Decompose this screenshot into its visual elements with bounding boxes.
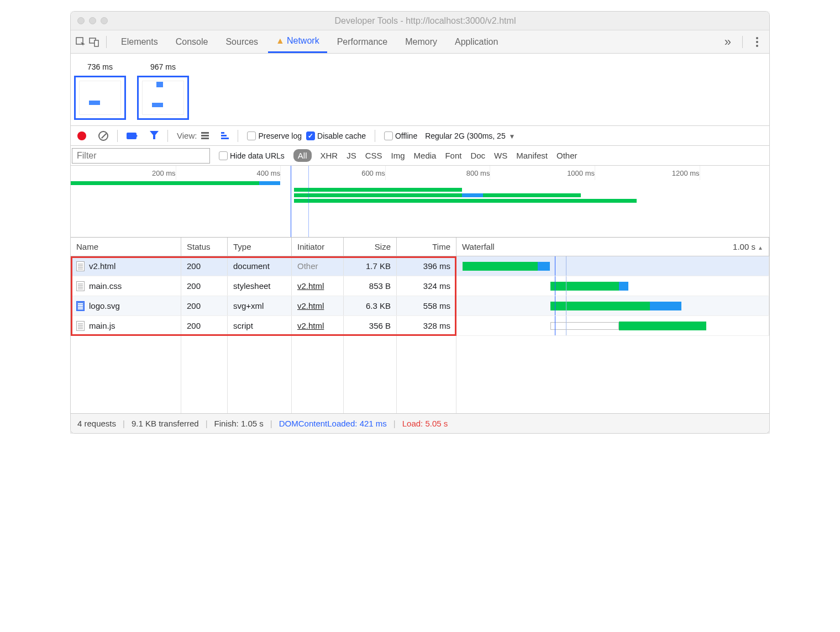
screenshot-filmstrip: 736 ms 967 ms xyxy=(71,54,769,126)
record-button[interactable] xyxy=(77,131,86,140)
request-row-0[interactable]: v2.html 200 document Other 1.7 KB 396 ms xyxy=(71,256,769,276)
clear-button[interactable] xyxy=(98,131,108,141)
filter-type-doc[interactable]: Doc xyxy=(470,151,485,160)
tab-console[interactable]: Console xyxy=(168,30,216,53)
request-size: 356 B xyxy=(344,316,397,335)
tab-memory[interactable]: Memory xyxy=(397,30,445,53)
marker-line xyxy=(308,166,309,237)
request-initiator-link[interactable]: v2.html xyxy=(297,281,324,291)
transferred-size: 9.1 KB transferred xyxy=(132,419,199,428)
filter-type-xhr[interactable]: XHR xyxy=(321,151,338,160)
filter-input[interactable] xyxy=(72,148,210,164)
col-size[interactable]: Size xyxy=(344,238,397,256)
filter-type-media[interactable]: Media xyxy=(414,151,437,160)
filter-type-img[interactable]: Img xyxy=(391,151,405,160)
filter-bar: Hide data URLs All XHR JS CSS Img Media … xyxy=(71,146,769,166)
request-size: 6.3 KB xyxy=(344,296,397,315)
preserve-log-label: Preserve log xyxy=(258,131,302,140)
timeline-overview[interactable]: 200 ms 400 ms 600 ms 800 ms 1000 ms 1200… xyxy=(71,166,769,238)
filter-type-manifest[interactable]: Manifest xyxy=(516,151,548,160)
close-window-button[interactable] xyxy=(77,17,85,24)
checkbox-icon xyxy=(384,131,393,140)
requests-table-body: v2.html 200 document Other 1.7 KB 396 ms… xyxy=(71,256,769,413)
request-row-2[interactable]: logo.svg 200 svg+xml v2.html 6.3 KB 558 … xyxy=(71,296,769,316)
checkbox-checked-icon: ✓ xyxy=(306,131,315,140)
requests-table-header: Name Status Type Initiator Size Time Wat… xyxy=(71,238,769,256)
tick-label: 1200 ms xyxy=(672,169,700,177)
offline-label: Offline xyxy=(395,131,417,140)
col-waterfall[interactable]: Waterfall 1.00 s ▲ xyxy=(456,238,769,256)
requests-count: 4 requests xyxy=(77,419,116,428)
request-row-3[interactable]: main.js 200 script v2.html 356 B 328 ms xyxy=(71,316,769,336)
screenshots-icon[interactable] xyxy=(127,133,136,139)
tab-application[interactable]: Application xyxy=(447,30,506,53)
tick-label: 1000 ms xyxy=(567,169,595,177)
view-list-icon[interactable] xyxy=(201,132,209,139)
col-status[interactable]: Status xyxy=(181,238,228,256)
view-waterfall-icon[interactable] xyxy=(221,132,229,139)
request-size: 853 B xyxy=(344,276,397,296)
waterfall-scale: 1.00 s xyxy=(733,242,755,251)
tab-network[interactable]: ▲ Network xyxy=(268,30,327,53)
filter-type-css[interactable]: CSS xyxy=(365,151,382,160)
tick-label: 400 ms xyxy=(257,169,281,177)
col-initiator[interactable]: Initiator xyxy=(292,238,344,256)
tab-sources[interactable]: Sources xyxy=(218,30,266,53)
checkbox-icon xyxy=(247,131,256,140)
divider xyxy=(167,130,168,142)
empty-area xyxy=(71,336,769,413)
preserve-log-checkbox[interactable]: Preserve log xyxy=(247,131,302,140)
throttling-value: Regular 2G (300ms, 25 xyxy=(425,131,506,140)
filter-type-js[interactable]: JS xyxy=(347,151,356,160)
col-time[interactable]: Time xyxy=(397,238,456,256)
network-toolbar: View: Preserve log ✓ Disable cache Offli… xyxy=(71,126,769,146)
divider xyxy=(117,130,118,142)
document-icon xyxy=(76,321,85,331)
request-type: stylesheet xyxy=(228,276,292,296)
request-type: script xyxy=(228,316,292,335)
device-mode-icon[interactable] xyxy=(88,36,99,48)
tab-elements[interactable]: Elements xyxy=(113,30,166,53)
divider xyxy=(375,130,375,142)
filmstrip-thumb-1 xyxy=(137,76,189,120)
tab-performance[interactable]: Performance xyxy=(329,30,396,53)
filter-type-all[interactable]: All xyxy=(293,149,312,162)
disable-cache-checkbox[interactable]: ✓ Disable cache xyxy=(306,131,366,140)
filmstrip-time-1: 967 ms xyxy=(150,62,176,71)
request-status: 200 xyxy=(181,256,228,276)
request-time: 558 ms xyxy=(397,296,456,315)
request-status: 200 xyxy=(181,276,228,296)
throttling-select[interactable]: Regular 2G (300ms, 25 ▼ xyxy=(425,131,515,140)
request-initiator-link[interactable]: v2.html xyxy=(297,321,324,330)
filmstrip-time-0: 736 ms xyxy=(87,62,113,71)
filter-type-other[interactable]: Other xyxy=(556,151,578,160)
request-row-1[interactable]: main.css 200 stylesheet v2.html 853 B 32… xyxy=(71,276,769,296)
filmstrip-frame-0[interactable]: 736 ms xyxy=(74,62,126,120)
request-status: 200 xyxy=(181,316,228,335)
filter-type-font[interactable]: Font xyxy=(445,151,461,160)
status-bar: 4 requests | 9.1 KB transferred | Finish… xyxy=(71,413,769,433)
document-icon xyxy=(76,281,85,291)
hide-data-urls-checkbox[interactable]: Hide data URLs xyxy=(219,151,285,160)
request-name: main.js xyxy=(89,321,116,330)
sort-asc-icon: ▲ xyxy=(758,245,763,251)
window-title: Developer Tools - http://localhost:3000/… xyxy=(88,16,763,26)
col-name[interactable]: Name xyxy=(71,238,181,256)
filter-icon[interactable] xyxy=(150,131,159,141)
offline-checkbox[interactable]: Offline xyxy=(384,131,417,140)
svg-rect-2 xyxy=(95,40,98,46)
col-type[interactable]: Type xyxy=(228,238,292,256)
tab-network-label: Network xyxy=(287,36,319,46)
document-icon xyxy=(76,261,85,271)
inspect-icon[interactable] xyxy=(75,36,86,48)
tick-label: 200 ms xyxy=(152,169,176,177)
finish-time: Finish: 1.05 s xyxy=(214,419,264,428)
more-tabs-button[interactable]: » xyxy=(720,35,736,49)
settings-kebab-icon[interactable] xyxy=(749,37,765,47)
domcontentloaded-time: DOMContentLoaded: 421 ms xyxy=(279,419,387,428)
dcl-marker xyxy=(291,166,291,237)
filter-type-ws[interactable]: WS xyxy=(494,151,507,160)
request-initiator-link[interactable]: v2.html xyxy=(297,301,324,310)
main-tabs: Elements Console Sources ▲ Network Perfo… xyxy=(71,30,769,54)
filmstrip-frame-1[interactable]: 967 ms xyxy=(137,62,189,120)
